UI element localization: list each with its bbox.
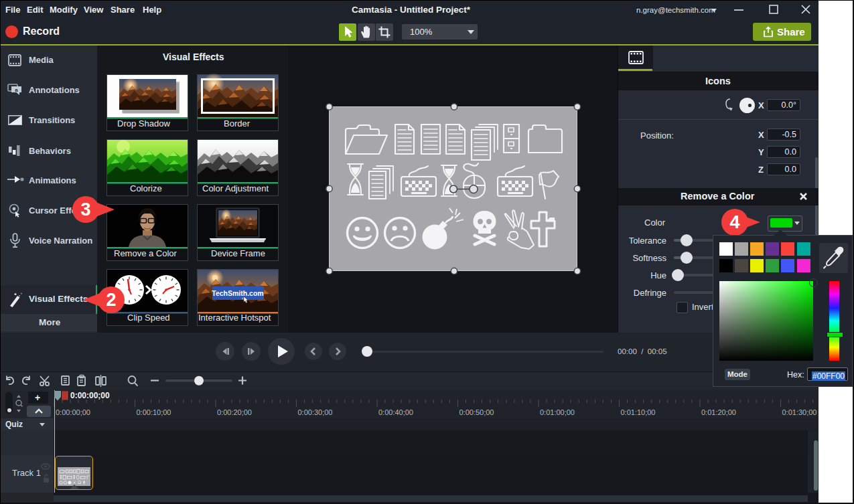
svg-text:TechSmith.com: TechSmith.com: [212, 289, 263, 297]
svg-text:0:00:30;00: 0:00:30;00: [298, 408, 333, 416]
svg-text:0:00:40;00: 0:00:40;00: [378, 408, 413, 416]
svg-text:0:01:10;00: 0:01:10;00: [621, 408, 656, 416]
svg-text:0:01:30;00: 0:01:30;00: [782, 408, 817, 416]
svg-text:0:00:10;00: 0:00:10;00: [137, 408, 171, 416]
svg-text:0:00:00;00: 0:00:00;00: [56, 408, 90, 416]
svg-text:0:01:20;00: 0:01:20;00: [701, 408, 736, 416]
svg-text:a: a: [15, 87, 18, 93]
svg-text:0:00:20;00: 0:00:20;00: [217, 408, 252, 416]
svg-text:0:00:50;00: 0:00:50;00: [459, 408, 494, 416]
svg-text:0:01:00;00: 0:01:00;00: [540, 408, 575, 416]
